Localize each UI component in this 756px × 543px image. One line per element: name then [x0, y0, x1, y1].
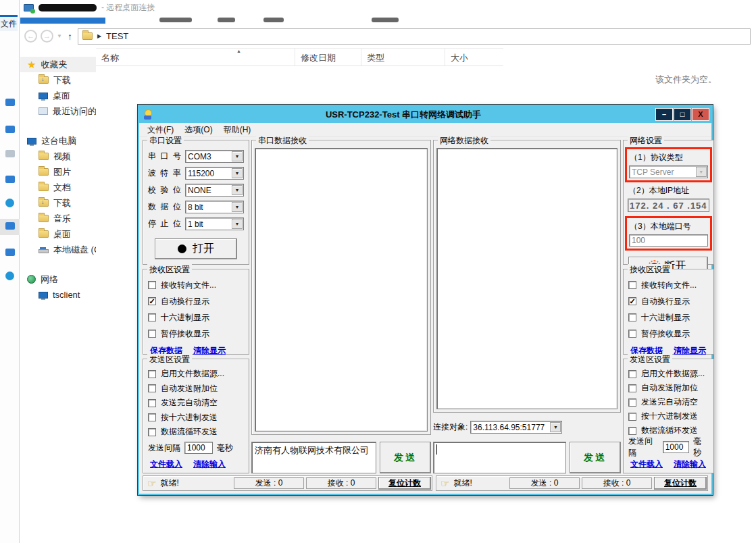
sidebar-item-pictures[interactable]: 图片 [20, 164, 96, 180]
app-titlebar[interactable]: USR-TCP232-Test 串口转网络调试助手 – □ X [139, 106, 711, 123]
sidebar-item-desktop[interactable]: 桌面 [20, 88, 96, 103]
checkbox-unchecked[interactable] [148, 413, 156, 421]
sidebar-item-downloads[interactable]: 下载 [20, 72, 96, 88]
breadcrumb[interactable]: TEST [106, 31, 128, 41]
serial-send-input[interactable]: 济南有人物联网技术有限公司 [251, 442, 376, 473]
option-file-data-source[interactable]: 启用文件数据源... [628, 367, 709, 381]
minimize-button[interactable]: – [655, 108, 673, 121]
option-clear-after-send[interactable]: 发送完自动清空 [628, 395, 709, 409]
host-icon[interactable] [5, 222, 15, 230]
checkbox-unchecked[interactable] [628, 427, 636, 435]
option-pause-recv[interactable]: 暂停接收显示 [148, 326, 244, 342]
checkbox-unchecked[interactable] [148, 281, 156, 289]
parity-select[interactable]: NONE ▼ [185, 184, 244, 197]
breadcrumb-arrow-icon[interactable]: ▶ [97, 33, 101, 39]
load-file-link[interactable]: 文件载入 [630, 459, 663, 470]
column-header-name[interactable]: 名称 ▲ [96, 49, 295, 66]
host-icon[interactable] [5, 126, 15, 133]
checkbox-checked[interactable] [628, 297, 636, 305]
host-icon[interactable] [5, 272, 14, 280]
checkbox-unchecked[interactable] [148, 313, 156, 321]
send-interval-input[interactable]: 1000 [663, 441, 690, 453]
sidebar-section-favorites[interactable]: 收藏夹 [20, 57, 96, 72]
protocol-select[interactable]: TCP Server ▼ [629, 165, 708, 178]
checkbox-checked[interactable] [148, 297, 156, 305]
sidebar-item-local-disk-c[interactable]: 本地磁盘 (C: [20, 242, 96, 257]
host-icon[interactable] [5, 99, 15, 106]
option-hex-display[interactable]: 十六进制显示 [628, 309, 709, 326]
send-interval-input[interactable]: 1000 [184, 442, 213, 454]
option-send-as-hex[interactable]: 按十六进制发送 [148, 411, 244, 425]
sidebar-item-videos[interactable]: 视频 [20, 149, 96, 164]
checkbox-unchecked[interactable] [148, 428, 156, 436]
maximize-button[interactable]: □ [674, 108, 691, 121]
chevron-down-icon[interactable]: ▼ [232, 151, 243, 161]
clear-input-link[interactable]: 清除输入 [674, 459, 706, 470]
checkbox-unchecked[interactable] [148, 370, 156, 378]
option-file-data-source[interactable]: 启用文件数据源... [148, 367, 244, 382]
checkbox-unchecked[interactable] [148, 399, 156, 407]
option-auto-linefeed[interactable]: 自动换行显示 [628, 293, 709, 309]
host-icon[interactable] [5, 150, 15, 157]
option-recv-to-file[interactable]: 接收转向文件... [628, 277, 709, 293]
checkbox-unchecked[interactable] [628, 413, 636, 421]
close-button[interactable]: X [692, 108, 709, 121]
serial-reset-count-button[interactable]: 复位计数 [378, 477, 431, 490]
sidebar-item-downloads-pc[interactable]: 下载 [20, 195, 96, 211]
option-send-as-hex[interactable]: 按十六进制发送 [628, 409, 709, 423]
host-icon[interactable] [5, 199, 14, 207]
chevron-down-icon[interactable]: ▼ [232, 168, 243, 178]
checkbox-unchecked[interactable] [628, 281, 636, 289]
sidebar-item-music[interactable]: 音乐 [20, 211, 96, 226]
checkbox-unchecked[interactable] [628, 330, 636, 338]
column-header-size[interactable]: 大小 [445, 49, 502, 66]
sidebar-item-tsclient[interactable]: tsclient [20, 287, 96, 303]
network-recv-area[interactable] [436, 148, 618, 409]
host-icon[interactable] [5, 176, 15, 183]
checkbox-unchecked[interactable] [148, 330, 156, 338]
option-pause-recv[interactable]: 暂停接收显示 [628, 326, 709, 342]
data-bits-select[interactable]: 8 bit ▼ [185, 201, 244, 213]
option-recv-to-file[interactable]: 接收转向文件... [148, 277, 244, 293]
checkbox-unchecked[interactable] [628, 370, 636, 378]
checkbox-unchecked[interactable] [628, 313, 636, 321]
chevron-down-icon[interactable]: ▼ [232, 185, 243, 195]
option-loop-send[interactable]: 数据流循环发送 [148, 425, 244, 440]
network-send-input[interactable] [433, 442, 566, 473]
sidebar-section-network[interactable]: 网络 [20, 272, 96, 287]
open-serial-button[interactable]: 打开 [155, 238, 237, 259]
option-clear-after-send[interactable]: 发送完自动清空 [148, 396, 244, 411]
connect-target-select[interactable]: 36.113.64.95:51777 ▼ [470, 421, 562, 434]
sidebar-section-this-pc[interactable]: 这台电脑 [20, 133, 96, 149]
local-port-input[interactable]: 100 [629, 234, 708, 247]
chevron-down-icon[interactable]: ▼ [550, 422, 561, 432]
clear-display-link[interactable]: 清除显示 [674, 345, 706, 357]
option-auto-send-checksum[interactable]: 自动发送附加位 [628, 381, 709, 395]
option-auto-linefeed[interactable]: 自动换行显示 [148, 293, 244, 309]
load-file-link[interactable]: 文件载入 [150, 459, 182, 470]
chevron-down-icon[interactable]: ▼ [232, 219, 243, 229]
com-port-select[interactable]: COM3 ▼ [185, 150, 244, 163]
forward-icon[interactable]: → [41, 30, 53, 43]
option-auto-send-checksum[interactable]: 自动发送附加位 [148, 382, 244, 396]
history-chevron-icon[interactable]: ▼ [57, 33, 62, 39]
serial-recv-area[interactable] [255, 148, 428, 432]
checkbox-unchecked[interactable] [628, 384, 636, 392]
clear-display-link[interactable]: 清除显示 [193, 345, 226, 357]
baud-rate-select[interactable]: 115200 ▼ [185, 167, 244, 180]
sidebar-item-recent-places[interactable]: 最近访问的位 [20, 103, 96, 119]
column-header-type[interactable]: 类型 [361, 49, 445, 66]
chevron-down-icon[interactable]: ▼ [232, 202, 243, 212]
up-icon[interactable]: ↑ [68, 31, 72, 42]
host-file-menu[interactable]: 文件 [0, 15, 18, 31]
serial-send-button[interactable]: 发送 [380, 442, 431, 473]
network-reset-count-button[interactable]: 复位计数 [654, 477, 707, 490]
host-icon[interactable] [5, 249, 15, 256]
stop-bits-select[interactable]: 1 bit ▼ [185, 217, 244, 230]
sidebar-item-documents[interactable]: 文档 [20, 180, 96, 195]
menu-help[interactable]: 帮助(H) [219, 123, 256, 137]
network-send-button[interactable]: 发送 [570, 442, 621, 473]
checkbox-unchecked[interactable] [628, 398, 636, 407]
sidebar-item-desktop-pc[interactable]: 桌面 [20, 226, 96, 242]
checkbox-unchecked[interactable] [148, 384, 156, 392]
